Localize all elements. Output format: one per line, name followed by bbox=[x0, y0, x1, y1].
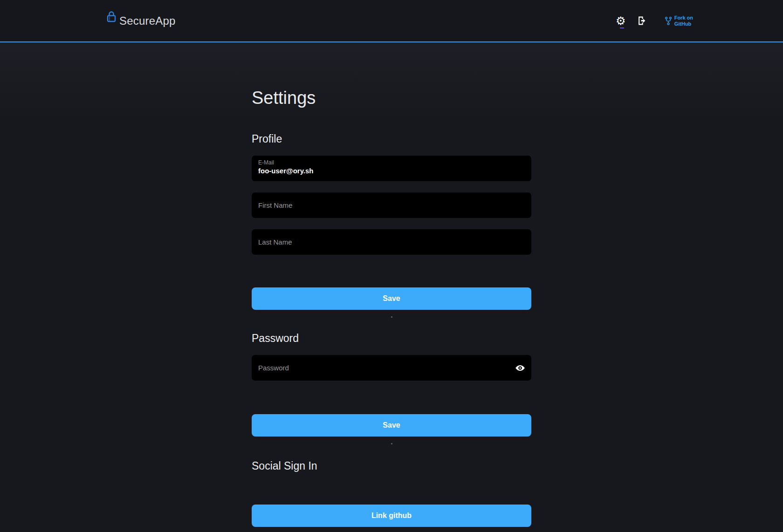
first-name-input[interactable] bbox=[252, 192, 531, 218]
lock-icon bbox=[106, 11, 117, 23]
fork-link-line1: Fork on bbox=[674, 15, 693, 21]
header-actions: ⚙ Fork on bbox=[613, 14, 693, 28]
email-field: E-Mail bbox=[252, 156, 531, 181]
social-sign-in-heading: Social Sign In bbox=[252, 459, 531, 472]
profile-heading: Profile bbox=[252, 132, 531, 145]
password-input[interactable] bbox=[252, 355, 531, 381]
main-content: Settings Profile E-Mail Save Password bbox=[0, 42, 783, 531]
toggle-password-visibility-button[interactable] bbox=[514, 361, 527, 375]
logout-button[interactable] bbox=[635, 14, 650, 28]
gear-icon: ⚙ bbox=[616, 15, 626, 27]
fork-on-github-link[interactable]: Fork on GitHub bbox=[665, 15, 693, 27]
settings-gear-button[interactable]: ⚙ bbox=[613, 14, 628, 28]
fork-link-label: Fork on GitHub bbox=[674, 15, 693, 27]
email-input[interactable] bbox=[258, 166, 525, 175]
eye-icon bbox=[515, 363, 525, 373]
git-fork-icon bbox=[665, 16, 672, 26]
password-save-button[interactable]: Save bbox=[252, 414, 531, 437]
last-name-input[interactable] bbox=[252, 229, 531, 255]
gear-underscore bbox=[620, 27, 624, 28]
password-heading: Password bbox=[252, 332, 531, 345]
brand: SecureApp bbox=[106, 14, 176, 27]
app-title: SecureApp bbox=[119, 14, 176, 27]
email-label: E-Mail bbox=[258, 159, 525, 166]
fork-link-line2: GitHub bbox=[674, 21, 693, 27]
profile-status-dot bbox=[391, 316, 392, 318]
app-header: SecureApp ⚙ bbox=[0, 0, 783, 42]
logout-icon bbox=[637, 16, 647, 26]
password-status-dot bbox=[391, 443, 392, 444]
page-title: Settings bbox=[252, 42, 531, 108]
password-field bbox=[252, 355, 531, 381]
profile-save-button[interactable]: Save bbox=[252, 287, 531, 310]
link-github-button[interactable]: Link github bbox=[252, 505, 531, 527]
